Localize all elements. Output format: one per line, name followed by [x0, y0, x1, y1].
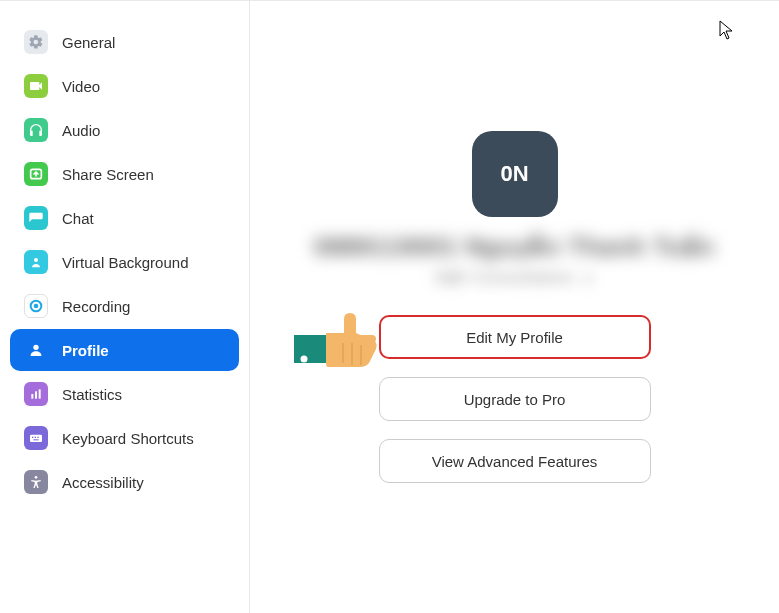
view-advanced-features-button[interactable]: View Advanced Features: [379, 439, 651, 483]
svg-rect-10: [35, 437, 36, 438]
sidebar-item-profile[interactable]: Profile: [10, 329, 239, 371]
sidebar-item-label: Recording: [62, 298, 130, 315]
svg-rect-11: [37, 437, 38, 438]
headphones-icon: [24, 118, 48, 142]
gear-icon: [24, 30, 48, 54]
svg-rect-9: [32, 437, 33, 438]
sidebar-item-video[interactable]: Video: [10, 65, 239, 107]
profile-subtitle: 0@t Consultation .c: [435, 269, 594, 287]
svg-point-1: [34, 258, 38, 262]
sidebar-item-recording[interactable]: Recording: [10, 285, 239, 327]
sidebar-item-label: Keyboard Shortcuts: [62, 430, 194, 447]
sidebar-item-audio[interactable]: Audio: [10, 109, 239, 151]
accessibility-icon: [24, 470, 48, 494]
sidebar-item-label: Audio: [62, 122, 100, 139]
profile-panel: 0N 0889119001 Nguyễn Thanh Tuấn 0@t Cons…: [250, 0, 779, 613]
sidebar-item-general[interactable]: General: [10, 21, 239, 63]
sidebar-item-label: Statistics: [62, 386, 122, 403]
profile-buttons: Edit My Profile Upgrade to Pro View Adva…: [379, 315, 651, 483]
sidebar-item-label: Chat: [62, 210, 94, 227]
avatar: 0N: [472, 131, 558, 217]
sidebar-item-keyboard-shortcuts[interactable]: Keyboard Shortcuts: [10, 417, 239, 459]
svg-rect-12: [33, 439, 38, 440]
share-screen-icon: [24, 162, 48, 186]
statistics-icon: [24, 382, 48, 406]
chat-icon: [24, 206, 48, 230]
sidebar-item-virtual-background[interactable]: Virtual Background: [10, 241, 239, 283]
sidebar-item-label: Virtual Background: [62, 254, 188, 271]
svg-point-15: [300, 356, 307, 363]
keyboard-icon: [24, 426, 48, 450]
upgrade-to-pro-button[interactable]: Upgrade to Pro: [379, 377, 651, 421]
button-label: Upgrade to Pro: [464, 391, 566, 408]
sidebar-item-label: Share Screen: [62, 166, 154, 183]
svg-rect-8: [30, 435, 42, 442]
video-icon: [24, 74, 48, 98]
settings-sidebar: General Video Audio Share Screen Chat Vi…: [0, 0, 250, 613]
svg-point-3: [34, 304, 39, 309]
pointing-hand-icon: [294, 303, 379, 377]
button-label: Edit My Profile: [466, 329, 563, 346]
sidebar-item-label: Video: [62, 78, 100, 95]
profile-display-name: 0889119001 Nguyễn Thanh Tuấn: [314, 233, 714, 261]
profile-icon: [24, 338, 48, 362]
svg-rect-5: [31, 394, 33, 399]
sidebar-item-label: General: [62, 34, 115, 51]
sidebar-item-statistics[interactable]: Statistics: [10, 373, 239, 415]
svg-rect-14: [294, 335, 326, 363]
sidebar-item-chat[interactable]: Chat: [10, 197, 239, 239]
button-label: View Advanced Features: [432, 453, 598, 470]
edit-profile-button[interactable]: Edit My Profile: [379, 315, 651, 359]
sidebar-item-accessibility[interactable]: Accessibility: [10, 461, 239, 503]
svg-point-13: [35, 476, 38, 479]
virtual-background-icon: [24, 250, 48, 274]
avatar-initials: 0N: [500, 161, 528, 187]
recording-icon: [24, 294, 48, 318]
svg-rect-6: [35, 391, 37, 398]
sidebar-item-label: Profile: [62, 342, 109, 359]
cursor-icon: [719, 20, 735, 44]
sidebar-item-label: Accessibility: [62, 474, 144, 491]
svg-rect-7: [39, 389, 41, 398]
svg-point-4: [33, 345, 38, 350]
sidebar-item-share-screen[interactable]: Share Screen: [10, 153, 239, 195]
